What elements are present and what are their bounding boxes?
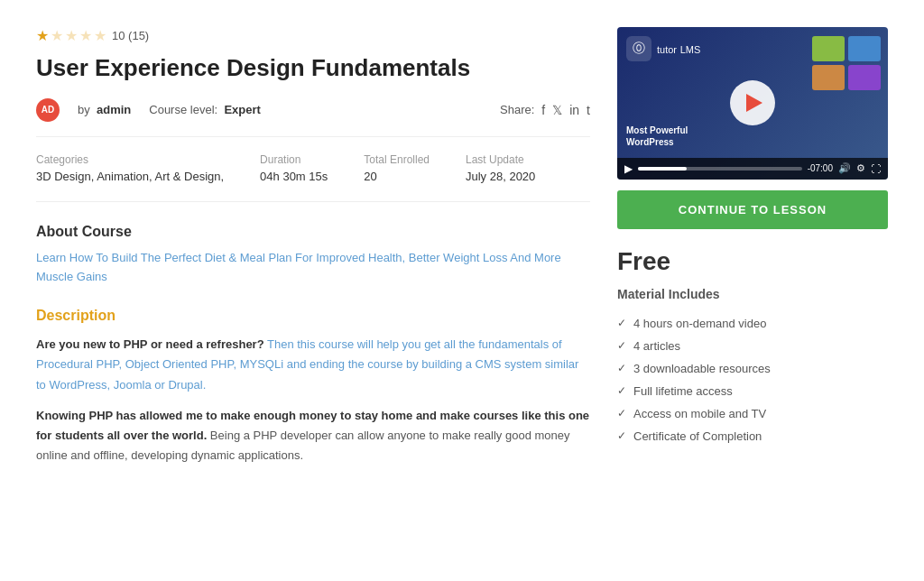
author-text: by admin [78, 103, 131, 116]
by-label: by [78, 103, 90, 116]
play-button[interactable] [730, 80, 775, 125]
thumb-1 [812, 36, 845, 61]
duration-label: Duration [260, 153, 328, 166]
star-5: ★ [94, 27, 106, 44]
tutor-logo-text: tutor LMS [657, 42, 700, 56]
check-icon-3: ✓ [617, 384, 626, 397]
para1-bold: Are you new to PHP or need a refresher? [36, 337, 264, 351]
desc-para1: Are you new to PHP or need a refresher? … [36, 335, 590, 394]
star-1: ★ [36, 27, 49, 44]
description-title: Description [36, 308, 590, 324]
meta-update: Last Update July 28, 2020 [466, 153, 535, 183]
star-rating: ★ ★ ★ ★ ★ [36, 27, 106, 44]
author-row: AD by admin Course level: Expert Share: … [36, 98, 590, 137]
settings-icon[interactable]: ⚙ [856, 162, 865, 174]
play-ctrl-icon[interactable]: ▶ [624, 162, 633, 175]
powerful-text: Most PowerfulWordPress [626, 124, 688, 148]
fullscreen-icon[interactable]: ⛶ [871, 163, 881, 174]
video-inner: ⓪ tutor LMS Most PowerfulWordPress [617, 27, 888, 180]
description-section: Description Are you new to PHP or need a… [36, 308, 590, 466]
course-level: Course level: Expert [149, 103, 261, 116]
material-item-5: ✓Certificate of Completion [617, 425, 888, 447]
author-name[interactable]: admin [97, 103, 131, 116]
share-facebook[interactable]: f [541, 103, 545, 117]
page-wrapper: ★ ★ ★ ★ ★ 10 (15) User Experience Design… [0, 0, 924, 503]
video-controls: ▶ -07:00 🔊 ⚙ ⛶ [617, 158, 888, 180]
video-thumbnail[interactable]: ⓪ tutor LMS Most PowerfulWordPress [617, 27, 888, 180]
share-section: Share: f 𝕏 in t [500, 103, 590, 117]
material-item-4: ✓Access on mobile and TV [617, 402, 888, 425]
about-title: About Course [36, 224, 590, 240]
tutor-logo: ⓪ tutor LMS [626, 36, 700, 61]
main-content: ★ ★ ★ ★ ★ 10 (15) User Experience Design… [36, 27, 590, 476]
level-label: Course level: [149, 103, 217, 116]
rating-row: ★ ★ ★ ★ ★ 10 (15) [36, 27, 590, 44]
material-item-text-5: Certificate of Completion [633, 429, 762, 443]
about-section: About Course Learn How To Build The Perf… [36, 224, 590, 287]
course-title: User Experience Design Fundamentals [36, 53, 590, 84]
sidebar: ⓪ tutor LMS Most PowerfulWordPress [617, 27, 888, 476]
material-item-text-3: Full lifetime access [633, 384, 733, 398]
desc-para2: Knowing PHP has allowed me to make enoug… [36, 406, 590, 466]
material-item-text-1: 4 articles [633, 339, 680, 353]
material-item-1: ✓4 articles [617, 335, 888, 357]
categories-label: Categories [36, 153, 224, 166]
material-title: Material Includes [617, 287, 888, 301]
level-value: Expert [224, 103, 260, 116]
update-label: Last Update [466, 153, 535, 166]
rating-count: 10 (15) [112, 29, 149, 42]
star-2: ★ [51, 27, 63, 44]
meta-categories: Categories 3D Design, Animation, Art & D… [36, 153, 224, 183]
thumbnails-grid [812, 36, 881, 90]
enrolled-value: 20 [364, 170, 430, 183]
material-list: ✓4 hours on-demand video✓4 articles✓3 do… [617, 312, 888, 447]
material-item-3: ✓Full lifetime access [617, 380, 888, 402]
update-value: July 28, 2020 [466, 170, 535, 183]
price-text: Free [617, 247, 888, 276]
check-icon-4: ✓ [617, 407, 626, 420]
material-item-0: ✓4 hours on-demand video [617, 312, 888, 335]
check-icon-1: ✓ [617, 339, 626, 352]
continue-button[interactable]: CONTINUE TO LESSON [617, 190, 888, 229]
about-text: Learn How To Build The Perfect Diet & Me… [36, 249, 590, 287]
check-icon-0: ✓ [617, 317, 626, 329]
check-icon-2: ✓ [617, 362, 626, 374]
share-linkedin[interactable]: in [569, 103, 579, 117]
categories-value: 3D Design, Animation, Art & Design, [36, 170, 224, 183]
material-item-text-2: 3 downloadable resources [633, 362, 771, 375]
share-twitter[interactable]: 𝕏 [552, 103, 562, 117]
thumb-2 [848, 36, 881, 61]
play-triangle-icon [746, 94, 762, 112]
volume-icon[interactable]: 🔊 [838, 162, 851, 174]
material-item-2: ✓3 downloadable resources [617, 357, 888, 380]
meta-row: Categories 3D Design, Animation, Art & D… [36, 153, 590, 202]
star-3: ★ [65, 27, 78, 44]
star-4: ★ [79, 27, 92, 44]
description-body: Are you new to PHP or need a refresher? … [36, 335, 590, 466]
check-icon-5: ✓ [617, 429, 626, 442]
material-item-text-0: 4 hours on-demand video [633, 317, 766, 330]
author-badge: AD [36, 98, 60, 122]
duration-value: 04h 30m 15s [260, 170, 328, 183]
time-display: -07:00 [808, 163, 833, 173]
progress-fill [638, 167, 687, 171]
meta-duration: Duration 04h 30m 15s [260, 153, 328, 183]
thumb-4 [848, 65, 881, 90]
share-tumblr[interactable]: t [587, 103, 590, 117]
progress-bar[interactable] [638, 167, 802, 171]
thumb-3 [812, 65, 845, 90]
tutor-logo-icon: ⓪ [626, 36, 651, 61]
material-item-text-4: Access on mobile and TV [633, 407, 766, 420]
meta-enrolled: Total Enrolled 20 [364, 153, 430, 183]
enrolled-label: Total Enrolled [364, 153, 430, 166]
share-label: Share: [500, 103, 534, 116]
